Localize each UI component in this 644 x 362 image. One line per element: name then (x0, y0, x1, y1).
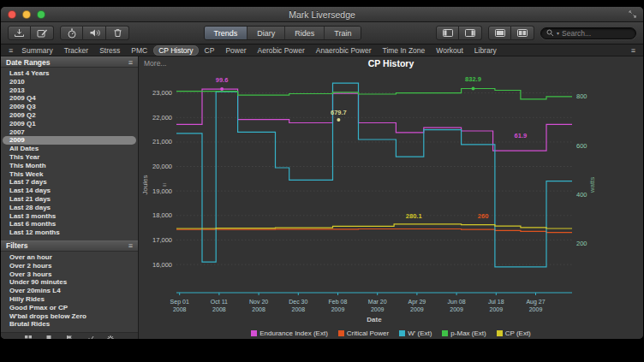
sidebar-item-under-90-minutes[interactable]: Under 90 minutes (1, 278, 138, 287)
sidebar-item-w-bal-drops-below-zero[interactable]: W'bal drops below Zero (1, 312, 138, 321)
annotation-label: 260 (478, 212, 489, 220)
x-tick-label: Jun 08 (448, 299, 466, 305)
left-axis-tick-label: 17,000 (152, 236, 172, 244)
view-tab-diary[interactable]: Diary (247, 27, 284, 39)
app-window: Mark Liversedge (1, 7, 643, 339)
tab-workout[interactable]: Workout (431, 45, 468, 56)
sidebar-item-last-4-years[interactable]: Last 4 Years (1, 69, 138, 78)
tab-stress[interactable]: Stress (94, 45, 125, 56)
trash-icon (113, 28, 122, 38)
legend-swatch (251, 330, 257, 336)
sidebar-section-header-filters[interactable]: Filters≡ (1, 240, 138, 252)
sidebar-item-last-28-days[interactable]: Last 28 days (1, 204, 138, 212)
tab-pmc[interactable]: PMC (126, 45, 152, 56)
tab-cp-history[interactable]: CP History (153, 45, 198, 56)
sidebar-section-title: Date Ranges (6, 58, 51, 67)
view-tab-rides[interactable]: Rides (284, 27, 324, 39)
single-screen-button[interactable] (488, 26, 511, 40)
x-tick-label-year: 2009 (490, 306, 504, 312)
sidebar-item-2009-q3[interactable]: 2009 Q3 (1, 103, 138, 111)
sidebar-item-last-7-days[interactable]: Last 7 days (1, 178, 138, 187)
sidebar-item-last-21-days[interactable]: Last 21 days (1, 195, 138, 204)
sidebar-item-last-14-days[interactable]: Last 14 days (1, 187, 138, 195)
zoom-button[interactable] (37, 10, 45, 19)
view-tab-train[interactable]: Train (324, 27, 361, 39)
tab-library[interactable]: Library (469, 45, 502, 56)
trash-button[interactable] (106, 26, 129, 40)
view-tab-trends[interactable]: Trends (205, 27, 247, 39)
sidebar-item-over-20mins-l4[interactable]: Over 20mins L4 (1, 287, 138, 295)
sidebar-item-brutal-rides[interactable]: Brutal Rides (1, 320, 138, 329)
tab-time-in-zone[interactable]: Time In Zone (378, 45, 431, 56)
tab-cp[interactable]: CP (200, 45, 220, 56)
left-axis-tick-label: 23,000 (152, 89, 172, 97)
fullscreen-icon[interactable] (629, 10, 636, 18)
content: Date Ranges≡Last 4 Years201020132009 Q42… (1, 56, 643, 339)
search-field[interactable]: ▾ (540, 27, 636, 39)
sidebar-item-2009[interactable]: 2009 (3, 136, 136, 145)
sidebar-item-this-month[interactable]: This Month (1, 162, 138, 170)
compose-button[interactable] (31, 26, 54, 40)
tabbar-menu-right-icon[interactable]: ≡ (629, 46, 638, 55)
sidebar-item-this-week[interactable]: This Week (1, 170, 138, 179)
gear-icon[interactable] (106, 335, 115, 339)
cp-history-chart[interactable]: 23,00022,00021,00020,00019,00018,00017,0… (139, 70, 642, 327)
minimize-button[interactable] (22, 10, 31, 19)
sidebar-item-last-12-months[interactable]: Last 12 months (1, 228, 138, 237)
search-input[interactable] (562, 29, 630, 38)
flag-icon[interactable] (65, 335, 74, 339)
tab-power[interactable]: Power (220, 45, 251, 56)
sidebar-item-over-an-hour[interactable]: Over an hour (1, 253, 138, 262)
sidebar-item-2009-q4[interactable]: 2009 Q4 (1, 94, 138, 103)
left-axis-tick-label: 16,000 (152, 261, 172, 269)
annotation-label: 832.9 (465, 75, 481, 83)
bookmark-icon[interactable] (45, 335, 53, 339)
tab-anaerobic-power[interactable]: Anaerobic Power (311, 45, 377, 56)
sidebar-section-title: Filters (6, 241, 28, 250)
compose-icon (37, 28, 48, 38)
dual-screen-button[interactable] (511, 26, 534, 40)
sidebar-item-all-dates[interactable]: All Dates (1, 145, 138, 153)
sidebar-item-2010[interactable]: 2010 (1, 78, 138, 86)
sidebar-item-good-pmax-or-cp[interactable]: Good Pmax or CP (1, 304, 138, 312)
sidebar-item-2013[interactable]: 2013 (1, 86, 138, 95)
section-menu-icon[interactable]: ≡ (128, 241, 133, 250)
chart-icon[interactable] (86, 335, 94, 339)
search-options-caret-icon[interactable]: ▾ (557, 30, 559, 36)
sidebar-right-toggle-button[interactable] (459, 26, 482, 40)
chart-tabs: SummaryTrackerStressPMCCP HistoryCPPower… (16, 45, 502, 56)
view-mode-tabs: TrendsDiaryRidesTrain (204, 26, 362, 40)
sidebar-list-filters: Over an hourOver 2 hoursOver 3 hoursUnde… (1, 252, 138, 332)
stopwatch-button[interactable] (60, 26, 83, 40)
sidebar-item-last-6-months[interactable]: Last 6 months (1, 220, 138, 228)
legend-swatch (338, 330, 344, 336)
sidebar-item-2007[interactable]: 2007 (1, 128, 138, 137)
x-tick-label: Apr 29 (408, 299, 426, 306)
sidebar-left-toggle-button[interactable] (436, 26, 459, 40)
x-tick-label: Jul 18 (488, 299, 504, 305)
tab-tracker[interactable]: Tracker (59, 45, 94, 56)
download-button[interactable] (8, 26, 31, 40)
more-link[interactable]: More... (144, 59, 166, 68)
close-button[interactable] (8, 10, 16, 19)
sidebar-item-this-year[interactable]: This Year (1, 153, 138, 162)
section-menu-icon[interactable]: ≡ (128, 58, 133, 67)
tab-aerobic-power[interactable]: Aerobic Power (253, 45, 310, 56)
annotation-label: 280.1 (406, 212, 422, 220)
tabbar-menu-left-icon[interactable]: ≡ (6, 46, 15, 55)
x-tick-label-year: 2008 (252, 306, 265, 312)
sidebar-item-2009-q2[interactable]: 2009 Q2 (1, 111, 138, 120)
sidebar-item-2009-q1[interactable]: 2009 Q1 (1, 120, 138, 128)
x-tick-label-year: 2009 (450, 306, 463, 312)
grid-icon[interactable] (24, 335, 33, 339)
annotation-label: 679.7 (331, 109, 347, 116)
sidebar-item-over-2-hours[interactable]: Over 2 hours (1, 262, 138, 270)
tab-summary[interactable]: Summary (16, 45, 57, 56)
sidebar-item-over-3-hours[interactable]: Over 3 hours (1, 270, 138, 279)
x-tick-label-year: 2008 (212, 306, 226, 312)
sidebar-item-hilly-rides[interactable]: Hilly Rides (1, 295, 138, 304)
sidebar-item-last-3-months[interactable]: Last 3 months (1, 212, 138, 221)
speaker-button[interactable] (83, 26, 106, 40)
sidebar-section-header-date-ranges[interactable]: Date Ranges≡ (1, 56, 138, 68)
screen-toggle-group (488, 26, 534, 40)
